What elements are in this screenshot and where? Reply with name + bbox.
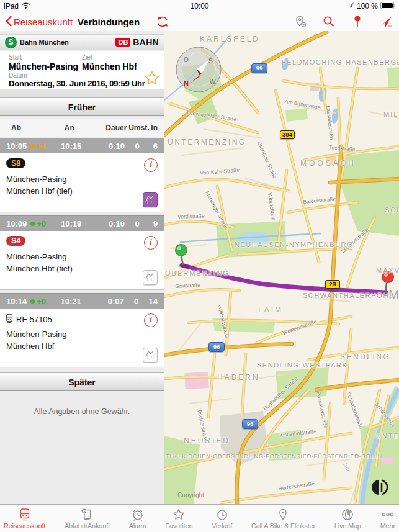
bahn-wordmark: BAHN xyxy=(133,37,159,47)
connection-row[interactable]: 10:09+0 10:19 0:10 0 9 S4 i München-Pasi… xyxy=(0,215,164,290)
ziel-label: Ziel xyxy=(82,54,92,61)
disclaimer-text: Alle Angaben ohne Gewähr. xyxy=(0,407,164,416)
info-icon[interactable]: i xyxy=(144,236,158,250)
col-an: An xyxy=(65,124,98,132)
status-bar: iPad 10:00 100 % xyxy=(0,0,399,12)
map-region-label: UNTERGIE xyxy=(376,432,399,440)
add-location-pin-icon[interactable] xyxy=(294,15,307,29)
datum-field[interactable]: Donnerstag, 30. Juni 2016, 09:59 Uhr xyxy=(9,79,145,88)
road-shield: 99 xyxy=(251,63,267,73)
from-station: München-Pasing xyxy=(6,252,67,261)
delay-value: +0 xyxy=(37,219,46,228)
map-pin-icon[interactable] xyxy=(351,15,364,29)
departure-time: 10:05 xyxy=(6,142,27,151)
col-dauer: Dauer xyxy=(98,124,127,132)
route-map-thumbnail[interactable] xyxy=(143,270,158,285)
to-station: München Hbf (tief) xyxy=(6,264,73,273)
map-region-label: OBERMENZING xyxy=(165,269,230,277)
map-region-label: MILBE xyxy=(383,110,399,118)
operator-name: Bahn München xyxy=(20,38,115,46)
from-station: München-Pasing xyxy=(6,174,67,184)
map-street-label: Grafstraße xyxy=(175,282,200,289)
earlier-button[interactable]: Früher xyxy=(0,97,164,116)
line-badge: RE 57105 xyxy=(16,315,52,324)
map-mode-toggle-icon[interactable] xyxy=(371,478,390,497)
map-region-label: M xyxy=(388,287,399,302)
tab-verlauf[interactable]: Verlauf xyxy=(212,507,232,530)
from-station: München-Pasing xyxy=(6,330,67,339)
start-label: Start xyxy=(9,54,22,61)
map-region-label: UNTERMENZING xyxy=(168,138,246,147)
route-map-thumbnail[interactable] xyxy=(143,192,158,207)
connection-row[interactable]: 10:14+0 10:21 0:07 0 14 RE 57105 i Münch… xyxy=(0,293,164,367)
divider xyxy=(0,89,164,98)
map-region-label: SENDLING xyxy=(340,353,390,361)
later-button[interactable]: Später xyxy=(0,372,164,391)
info-icon[interactable]: i xyxy=(144,313,158,327)
battery-percent: 100 % xyxy=(357,2,378,11)
map-region-label: KARLSFELD xyxy=(200,35,260,43)
query-summary: Start München-Pasing Ziel München Hbf Da… xyxy=(0,51,164,89)
results-panel: S Bahn München DB BAHN Start München-Pas… xyxy=(0,31,164,504)
results-header: Ab An Dauer Umst. In xyxy=(0,119,164,137)
arrival-time: 10:19 xyxy=(61,219,95,228)
transfers: 0 xyxy=(125,142,150,151)
compass-n: N xyxy=(184,79,189,87)
to-station: München Hbf (tief) xyxy=(6,186,73,196)
col-in: In xyxy=(151,124,158,132)
tab-alarm[interactable]: Alarm xyxy=(129,507,146,530)
departure-time: 10:14 xyxy=(6,297,27,306)
minutes-until: 6 xyxy=(150,142,158,151)
back-button[interactable]: Reiseauskunft xyxy=(5,15,73,29)
operator-bar: S Bahn München DB BAHN xyxy=(0,34,164,50)
map-region-label: MAXV xyxy=(376,267,399,274)
connection-row[interactable]: 10:05+1 10:15 0:10 0 6 S8 i München-Pasi… xyxy=(0,138,164,212)
departure-time: 10:09 xyxy=(6,219,27,228)
compass-o: O xyxy=(184,56,189,63)
app-screen: iPad 10:00 100 % Reiseauskunft Verbindun… xyxy=(0,0,399,532)
delay-dot-icon xyxy=(30,144,35,148)
map-region-label: MOOSACH xyxy=(300,159,356,168)
delay-value: +0 xyxy=(37,297,46,306)
route-map-thumbnail[interactable] xyxy=(143,348,158,363)
duration: 0:07 xyxy=(94,297,124,306)
duration: 0:10 xyxy=(95,219,125,228)
chevron-left-icon xyxy=(5,15,12,29)
clock: 10:00 xyxy=(0,2,399,11)
map[interactable]: N O S W KARLSFELDFELDMOCHING-HASENBERGLM… xyxy=(164,31,399,504)
nav-bar: Reiseauskunft Verbindungen xyxy=(0,12,399,32)
col-umst: Umst. xyxy=(127,124,151,132)
search-icon[interactable] xyxy=(322,15,336,29)
ziel-field[interactable]: München Hbf xyxy=(82,61,137,71)
delay-value: +1 xyxy=(37,142,46,151)
map-region-label: NEUHAUSEN-NYMPHENBURG xyxy=(235,241,353,248)
battery-icon xyxy=(380,2,397,11)
tab-mehr[interactable]: Mehr xyxy=(380,507,395,530)
navigate-arrow-icon[interactable] xyxy=(379,15,393,29)
connection-summary: 10:05+1 10:15 0:10 0 6 xyxy=(0,138,164,153)
compass-icon[interactable]: N O S W xyxy=(175,46,222,93)
location-services-icon xyxy=(347,2,354,11)
arrival-time: 10:15 xyxy=(61,142,95,151)
tab-favoriten[interactable]: Favoriten xyxy=(165,507,192,530)
compass-w: W xyxy=(210,79,216,86)
map-street-label: Verdistraße xyxy=(177,212,205,220)
copyright-link[interactable]: Copyright xyxy=(177,492,204,498)
datum-label: Datum xyxy=(9,72,27,79)
tab-call-a-bike[interactable]: Call A Bike & Flinkster xyxy=(251,507,315,530)
map-region-label: SCHWANTHALERHÖHE xyxy=(303,292,395,299)
info-icon[interactable]: i xyxy=(144,158,158,172)
map-region-label: THALKIRCHEN-OBERSENDLING-FORSTENRIED-FÜR… xyxy=(166,453,382,459)
start-field[interactable]: München-Pasing xyxy=(9,61,78,71)
tab-reiseauskunft[interactable]: Reiseauskunft xyxy=(4,507,45,530)
connection-summary: 10:09+0 10:19 0:10 0 9 xyxy=(0,215,164,231)
sbahn-logo-icon: S xyxy=(5,37,17,48)
refresh-button[interactable] xyxy=(156,15,169,29)
train-icon xyxy=(5,313,14,325)
minutes-until: 14 xyxy=(149,297,158,306)
delay-dot-icon xyxy=(30,299,35,304)
favorite-star-icon[interactable] xyxy=(144,70,160,86)
arrival-time: 10:21 xyxy=(60,297,94,306)
tab-abfahrt-ankunft[interactable]: Abfahrt/Ankunft xyxy=(65,507,110,530)
tab-live-map[interactable]: Live Map xyxy=(334,507,361,530)
